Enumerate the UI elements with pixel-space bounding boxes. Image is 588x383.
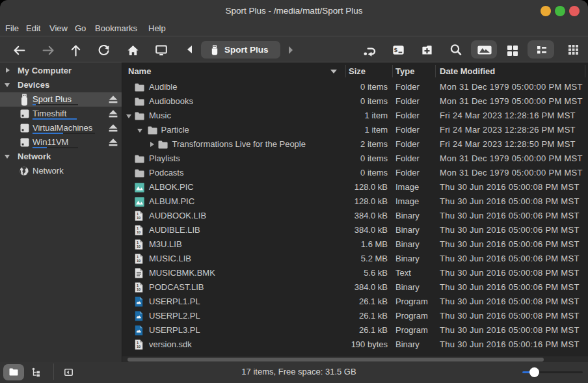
svg-text:10: 10: [137, 259, 140, 263]
svg-text:10: 10: [137, 287, 140, 291]
svg-text:10: 10: [137, 244, 140, 248]
svg-text:10: 10: [137, 216, 140, 220]
svg-text:10: 10: [137, 230, 140, 234]
svg-text:10: 10: [137, 345, 140, 349]
svg-text:$: $: [394, 46, 398, 53]
